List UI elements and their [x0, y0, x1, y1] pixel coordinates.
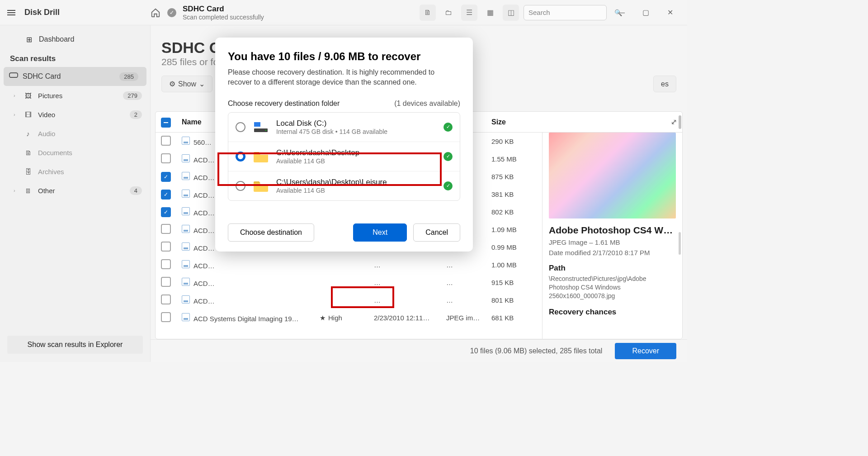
folder-icon [253, 150, 269, 163]
ok-check-icon: ✓ [443, 152, 453, 161]
ok-check-icon: ✓ [443, 181, 453, 190]
destination-list: Local Disk (C:)Internal 475 GB disk • 11… [228, 112, 460, 201]
svg-rect-1 [254, 122, 260, 127]
modal-title: You have 10 files / 9.06 MB to recover [228, 50, 460, 63]
radio-selected[interactable] [236, 152, 245, 162]
destination-leisure[interactable]: C:\Users\dasha\Desktop\LeisureAvailable … [228, 171, 460, 200]
destination-label: Choose recovery destination folder [228, 100, 340, 108]
svg-point-3 [265, 130, 266, 131]
ok-check-icon: ✓ [443, 123, 453, 132]
drive-icon [253, 121, 269, 133]
devices-hint: (1 devices available) [394, 100, 460, 108]
radio-unselected[interactable] [236, 181, 245, 191]
choose-destination-button[interactable]: Choose destination [228, 223, 314, 242]
cancel-button[interactable]: Cancel [413, 223, 460, 242]
folder-icon [253, 180, 269, 192]
destination-desktop[interactable]: C:\Users\dasha\DesktopAvailable 114 GB ✓ [228, 142, 460, 171]
modal-description: Please choose recovery destination. It i… [228, 67, 460, 88]
recovery-destination-modal: You have 10 files / 9.06 MB to recover P… [215, 38, 473, 252]
radio-unselected[interactable] [236, 122, 245, 132]
destination-local-disk[interactable]: Local Disk (C:)Internal 475 GB disk • 11… [228, 113, 460, 142]
next-button[interactable]: Next [353, 223, 407, 242]
